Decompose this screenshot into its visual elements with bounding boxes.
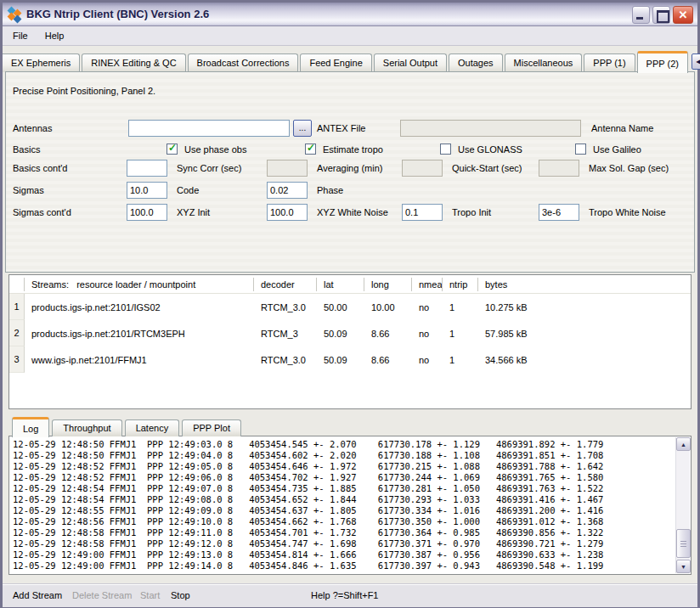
- add-stream-button[interactable]: Add Stream: [13, 590, 62, 600]
- cell-decoder: RTCM_3.0: [254, 355, 317, 365]
- log-line: 12-05-29 12:48:58 FFMJ1 PPP 12:49:12.0 8…: [13, 538, 672, 549]
- row-number: 2: [9, 320, 25, 346]
- tab-latency[interactable]: Latency: [125, 419, 180, 436]
- antex-file-input: [400, 120, 581, 137]
- estimate-tropo-checkbox[interactable]: [305, 144, 316, 155]
- cell-long: 8.66: [364, 355, 412, 365]
- bottom-toolbar: Add Stream Delete Stream Start Stop Help…: [3, 584, 697, 607]
- log-line: 12-05-29 12:48:52 FFMJ1 PPP 12:49:05.0 8…: [13, 461, 672, 472]
- minimize-button[interactable]: [632, 6, 650, 24]
- app-window: BKG Ntrip Client (BNC) Version 2.6 ✕ Fil…: [0, 0, 700, 608]
- tab-outages[interactable]: Outages: [449, 53, 503, 72]
- menu-help[interactable]: Help: [40, 29, 70, 42]
- sync-corr-label: Sync Corr (sec): [177, 163, 241, 173]
- cell-lat: 50.09: [317, 355, 364, 365]
- use-galileo-checkbox[interactable]: [575, 144, 586, 155]
- table-row[interactable]: 1 products.igs-ip.net:2101/IGS02 RTCM_3.…: [9, 294, 691, 320]
- sigmas-contd-row: Sigmas cont'd XYZ Init XYZ White Noise T…: [6, 204, 694, 221]
- log-view: 12-05-29 12:48:50 FFMJ1 PPP 12:49:03.0 8…: [8, 436, 692, 575]
- cell-mountpoint: products.igs-ip.net:2101/RTCM3EPH: [25, 329, 254, 339]
- scroll-up-icon[interactable]: ▲: [676, 437, 691, 451]
- bottom-tab-bar: Log Throughput Latency PPP Plot: [12, 415, 244, 436]
- quick-start-input: [402, 160, 443, 177]
- cell-nmea: no: [412, 329, 443, 339]
- tab-feed-engine[interactable]: Feed Engine: [300, 53, 371, 72]
- use-phase-obs-checkbox[interactable]: [167, 144, 178, 155]
- tab-serial-output[interactable]: Serial Output: [374, 53, 447, 72]
- antennas-browse-button[interactable]: ...: [293, 120, 312, 137]
- window-title: BKG Ntrip Client (BNC) Version 2.6: [26, 8, 209, 20]
- tropo-init-label: Tropo Init: [452, 207, 491, 217]
- tab-ppp-1[interactable]: PPP (1): [584, 53, 635, 72]
- sigma-code-input[interactable]: [127, 182, 167, 199]
- use-galileo-label: Use Galileo: [593, 144, 641, 155]
- header-long: long: [364, 278, 412, 291]
- xyz-white-noise-input[interactable]: [267, 204, 308, 221]
- antenna-name-label: Antenna Name: [591, 123, 653, 133]
- cell-decoder: RTCM_3: [254, 329, 317, 339]
- cell-ntrip: 1: [443, 355, 478, 365]
- tropo-white-noise-input[interactable]: [539, 204, 579, 221]
- tab-ppp-plot[interactable]: PPP Plot: [182, 419, 241, 436]
- log-lines: 12-05-29 12:48:50 FFMJ1 PPP 12:49:03.0 8…: [13, 439, 672, 572]
- panel-caption: Precise Point Positioning, Panel 2.: [13, 86, 155, 96]
- header-lat: lat: [317, 278, 364, 291]
- antennas-input[interactable]: [128, 120, 290, 137]
- log-scrollbar[interactable]: ▲ ▼: [675, 437, 690, 573]
- scrollbar-thumb[interactable]: [676, 529, 691, 558]
- cell-nmea: no: [412, 355, 443, 365]
- top-tab-bar: EX Ephemeris RINEX Editing & QC Broadcas…: [3, 48, 697, 72]
- tab-ppp-2[interactable]: PPP (2): [637, 51, 688, 73]
- menu-bar: File Help: [3, 26, 697, 46]
- streams-table: Streams: resource loader / mountpoint de…: [8, 274, 692, 409]
- sigma-phase-input[interactable]: [267, 182, 308, 199]
- sigmas-contd-label: Sigmas cont'd: [13, 207, 71, 217]
- row-number: 3: [9, 346, 25, 373]
- sync-corr-input[interactable]: [127, 160, 167, 177]
- basics-contd-row: Basics cont'd Sync Corr (sec) Averaging …: [6, 160, 694, 177]
- use-glonass-checkbox[interactable]: [440, 144, 451, 155]
- cell-bytes: 57.985 kB: [478, 329, 691, 339]
- tab-rinex-editing-qc[interactable]: RINEX Editing & QC: [82, 53, 185, 72]
- antex-file-label: ANTEX File: [317, 123, 365, 133]
- cell-lat: 50.00: [317, 302, 364, 312]
- estimate-tropo-label: Estimate tropo: [323, 144, 383, 155]
- tab-rinex-ephemeris[interactable]: EX Ephemeris: [3, 53, 80, 72]
- header-nmea: nmea: [412, 278, 443, 291]
- maximize-button[interactable]: [652, 6, 670, 24]
- tropo-init-input[interactable]: [402, 204, 443, 221]
- log-line: 12-05-29 12:48:54 FFMJ1 PPP 12:49:07.0 8…: [13, 483, 672, 494]
- sigma-phase-label: Phase: [317, 185, 343, 195]
- tropo-white-noise-label: Tropo White Noise: [589, 207, 666, 217]
- header-bytes: bytes: [478, 278, 691, 291]
- max-sol-gap-label: Max Sol. Gap (sec): [589, 163, 669, 173]
- log-line: 12-05-29 12:48:54 FFMJ1 PPP 12:49:08.0 8…: [13, 494, 672, 505]
- xyz-white-noise-label: XYZ White Noise: [317, 207, 388, 217]
- app-icon: [8, 7, 22, 21]
- averaging-input: [267, 160, 308, 177]
- tab-broadcast-corrections[interactable]: Broadcast Corrections: [188, 53, 299, 72]
- table-row[interactable]: 3 www.igs-ip.net:2101/FFMJ1 RTCM_3.0 50.…: [9, 346, 691, 373]
- cell-ntrip: 1: [443, 329, 478, 339]
- table-row[interactable]: 2 products.igs-ip.net:2101/RTCM3EPH RTCM…: [9, 320, 691, 346]
- menu-file[interactable]: File: [8, 29, 33, 42]
- log-line: 12-05-29 12:48:55 FFMJ1 PPP 12:49:09.0 8…: [13, 505, 672, 516]
- stop-button[interactable]: Stop: [171, 590, 190, 600]
- xyz-init-input[interactable]: [127, 204, 167, 221]
- basics-row: Basics Use phase obs Estimate tropo Use …: [6, 142, 694, 159]
- basics-label: Basics: [13, 144, 40, 155]
- tab-scroll-left-icon[interactable]: ◀: [692, 53, 700, 70]
- tab-miscellaneous[interactable]: Miscellaneous: [505, 53, 583, 72]
- log-line: 12-05-29 12:48:50 FFMJ1 PPP 12:49:03.0 8…: [13, 439, 672, 450]
- client-area: File Help EX Ephemeris RINEX Editing & Q…: [3, 26, 697, 605]
- header-decoder: decoder: [254, 278, 317, 291]
- scroll-down-icon[interactable]: ▼: [676, 560, 691, 573]
- tab-log[interactable]: Log: [12, 417, 49, 437]
- ppp2-panel: Precise Point Positioning, Panel 2. Ante…: [5, 71, 695, 273]
- cell-nmea: no: [412, 302, 443, 312]
- close-button[interactable]: ✕: [673, 6, 693, 24]
- quick-start-label: Quick-Start (sec): [452, 163, 522, 173]
- cell-decoder: RTCM_3.0: [254, 302, 317, 312]
- cell-lat: 50.09: [317, 329, 364, 339]
- tab-throughput[interactable]: Throughput: [52, 419, 121, 436]
